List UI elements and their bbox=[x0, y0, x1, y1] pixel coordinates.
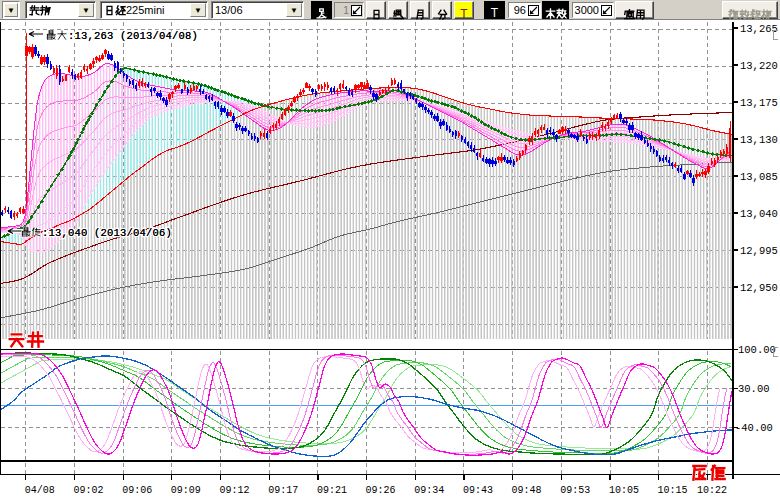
svg-text:09:09: 09:09 bbox=[171, 485, 201, 496]
svg-text:13,130: 13,130 bbox=[740, 134, 778, 146]
svg-text:10:15: 10:15 bbox=[658, 485, 688, 496]
svg-text:09:43: 09:43 bbox=[463, 485, 493, 496]
svg-text:09:53: 09:53 bbox=[560, 485, 590, 496]
svg-text:09:34: 09:34 bbox=[414, 485, 444, 496]
svg-text:30.00: 30.00 bbox=[738, 383, 770, 395]
svg-text::13,263 (2013/04/08): :13,263 (2013/04/08) bbox=[68, 30, 198, 42]
svg-text:12,995: 12,995 bbox=[740, 245, 778, 257]
svg-text:13,220: 13,220 bbox=[740, 60, 778, 72]
svg-text:09:02: 09:02 bbox=[74, 485, 104, 496]
svg-text:04/08: 04/08 bbox=[25, 485, 55, 496]
svg-text:09:48: 09:48 bbox=[512, 485, 542, 496]
svg-text:09:12: 09:12 bbox=[220, 485, 250, 496]
svg-text:13,175: 13,175 bbox=[740, 97, 778, 109]
svg-text:09:21: 09:21 bbox=[317, 485, 347, 496]
svg-text:13,040: 13,040 bbox=[740, 208, 778, 220]
svg-text:13,085: 13,085 bbox=[740, 171, 778, 183]
svg-text:100.00: 100.00 bbox=[738, 344, 776, 356]
svg-text:09:06: 09:06 bbox=[122, 485, 152, 496]
svg-text:09:26: 09:26 bbox=[366, 485, 396, 496]
svg-text:12,950: 12,950 bbox=[740, 282, 778, 294]
svg-text:09:17: 09:17 bbox=[268, 485, 298, 496]
svg-text::13,040 (2013/04/06): :13,040 (2013/04/06) bbox=[42, 227, 172, 239]
svg-text:10:05: 10:05 bbox=[609, 485, 639, 496]
svg-text:-40.00: -40.00 bbox=[735, 422, 773, 434]
svg-text:10:22: 10:22 bbox=[697, 485, 727, 496]
